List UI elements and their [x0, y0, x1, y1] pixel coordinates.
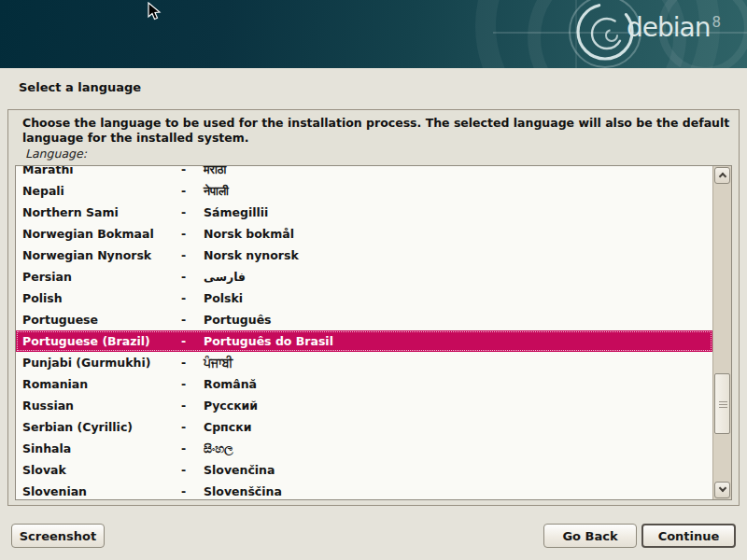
language-native-name: Slovenčina	[204, 463, 712, 477]
installer-banner: debian8	[0, 0, 747, 68]
language-english-name: Punjabi (Gurmukhi)	[22, 356, 181, 370]
language-english-name: Portuguese	[22, 313, 181, 327]
separator-dash: -	[181, 291, 204, 305]
separator-dash: -	[181, 313, 204, 327]
language-native-name: Polski	[204, 291, 712, 305]
list-item[interactable]: Norwegian Bokmaal-Norsk bokmål	[16, 223, 712, 245]
list-item[interactable]: Romanian-Română	[16, 373, 712, 395]
separator-dash: -	[181, 166, 204, 176]
list-item[interactable]: Northern Sami-Sámegillii	[16, 202, 712, 223]
language-english-name: Portuguese (Brazil)	[22, 334, 181, 348]
list-item[interactable]: Persian-فارسی	[16, 266, 712, 287]
language-native-name: Српски	[204, 420, 712, 434]
language-native-name: فارسی	[204, 270, 712, 284]
language-english-name: Russian	[22, 399, 181, 413]
list-item[interactable]: Slovenian-Slovenščina	[16, 481, 712, 499]
debian-brand: debian8	[627, 15, 721, 41]
language-english-name: Norwegian Nynorsk	[22, 248, 181, 262]
continue-button[interactable]: Continue	[641, 524, 736, 548]
list-item[interactable]: Norwegian Nynorsk-Norsk nynorsk	[16, 245, 712, 266]
language-english-name: Persian	[22, 270, 181, 284]
language-native-name: Slovenščina	[204, 484, 712, 498]
language-native-name: ਪੰਜਾਬੀ	[204, 356, 712, 371]
list-item[interactable]: Slovak-Slovenčina	[16, 459, 712, 481]
language-english-name: Polish	[22, 291, 181, 305]
separator-dash: -	[181, 463, 204, 477]
chevron-up-icon	[719, 173, 726, 180]
language-native-name: Norsk bokmål	[204, 227, 712, 241]
list-item[interactable]: Portuguese (Brazil)-Português do Brasil	[16, 330, 712, 352]
separator-dash: -	[181, 484, 204, 498]
list-item[interactable]: Russian-Русский	[16, 395, 712, 416]
list-item[interactable]: Punjabi (Gurmukhi)-ਪੰਜਾਬੀ	[16, 352, 712, 373]
page-title: Select a language	[19, 80, 141, 94]
go-back-button[interactable]: Go Back	[543, 524, 637, 548]
language-english-name: Marathi	[22, 166, 181, 176]
language-native-name: Русский	[204, 399, 712, 413]
list-item[interactable]: Polish-Polski	[16, 287, 712, 309]
language-native-name: Português	[204, 313, 712, 327]
vertical-scrollbar[interactable]	[712, 166, 731, 499]
language-english-name: Slovenian	[22, 484, 181, 498]
language-native-name: नेपाली	[204, 184, 712, 199]
separator-dash: -	[181, 248, 204, 262]
language-native-name: Sámegillii	[204, 205, 712, 219]
instruction-text: Choose the language to be used for the i…	[22, 116, 730, 146]
separator-dash: -	[181, 377, 204, 391]
scrollbar-thumb[interactable]	[714, 373, 730, 434]
language-field-label: Language:	[25, 147, 87, 161]
mouse-cursor-icon	[148, 2, 162, 22]
separator-dash: -	[181, 334, 204, 348]
language-english-name: Northern Sami	[22, 205, 181, 219]
language-listbox: Marathi-मराठीNepali-नेपालीNorthern Sami-…	[15, 165, 732, 500]
language-english-name: Sinhala	[22, 441, 181, 455]
language-native-name: Português do Brasil	[204, 334, 712, 348]
list-item[interactable]: Serbian (Cyrillic)-Српски	[16, 416, 712, 438]
separator-dash: -	[181, 420, 204, 434]
scrollbar-grip-icon	[719, 401, 727, 408]
separator-dash: -	[181, 184, 204, 198]
separator-dash: -	[181, 356, 204, 370]
list-item[interactable]: Marathi-मराठी	[16, 166, 712, 180]
language-native-name: मराठी	[204, 166, 712, 177]
list-item[interactable]: Sinhala-සිංහල	[16, 438, 712, 459]
language-native-name: සිංහල	[204, 441, 712, 456]
scroll-up-button[interactable]	[714, 167, 730, 184]
scroll-down-button[interactable]	[714, 482, 730, 498]
list-item[interactable]: Nepali-नेपाली	[16, 180, 712, 202]
list-item[interactable]: Portuguese-Português	[16, 309, 712, 330]
screenshot-button[interactable]: Screenshot	[11, 524, 105, 548]
separator-dash: -	[181, 399, 204, 413]
language-native-name: Română	[204, 377, 712, 391]
language-english-name: Norwegian Bokmaal	[22, 227, 181, 241]
separator-dash: -	[181, 441, 204, 455]
language-english-name: Serbian (Cyrillic)	[22, 420, 181, 434]
chevron-down-icon	[719, 484, 726, 492]
language-rows-viewport: Marathi-मराठीNepali-नेपालीNorthern Sami-…	[16, 166, 712, 499]
separator-dash: -	[181, 270, 204, 284]
language-english-name: Romanian	[22, 377, 181, 391]
language-native-name: Norsk nynorsk	[204, 248, 712, 262]
separator-dash: -	[181, 227, 204, 241]
debian-version: 8	[712, 14, 721, 31]
language-rows: Marathi-मराठीNepali-नेपालीNorthern Sami-…	[16, 166, 712, 499]
language-english-name: Slovak	[22, 463, 181, 477]
separator-dash: -	[181, 205, 204, 219]
language-english-name: Nepali	[22, 184, 181, 198]
